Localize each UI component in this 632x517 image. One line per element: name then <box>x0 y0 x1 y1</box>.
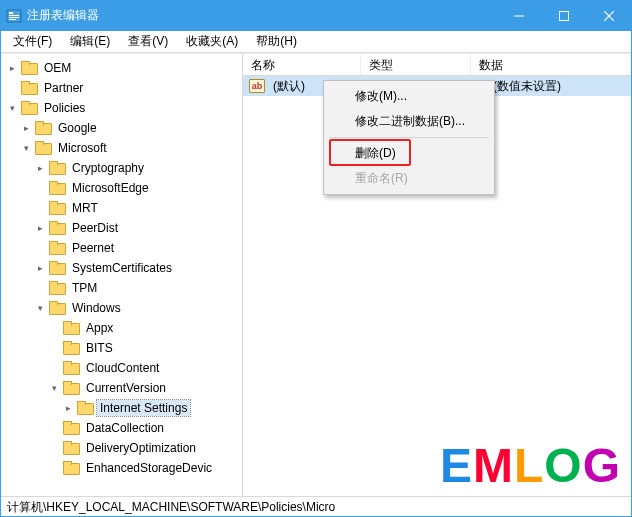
tree-item-label: OEM <box>41 60 74 76</box>
registry-tree[interactable]: ▸OEMPartner▾Policies▸Google▾Microsoft▸Cr… <box>5 58 242 478</box>
folder-icon <box>49 301 65 315</box>
chevron-down-icon[interactable]: ▾ <box>47 381 61 395</box>
folder-icon <box>63 381 79 395</box>
chevron-right-icon[interactable]: ▸ <box>61 401 75 415</box>
folder-icon <box>63 461 79 475</box>
tree-item-label: Internet Settings <box>97 400 190 416</box>
tree-item-label: Google <box>55 120 100 136</box>
context-item[interactable]: 删除(D) <box>327 141 491 166</box>
list-header: 名称 类型 数据 <box>243 54 631 76</box>
content-split: ▸OEMPartner▾Policies▸Google▾Microsoft▸Cr… <box>1 53 631 496</box>
tree-item[interactable]: MRT <box>33 198 242 218</box>
folder-icon <box>49 261 65 275</box>
tree-item[interactable]: ▾Windows <box>33 298 242 318</box>
tree-item-label: DataCollection <box>83 420 167 436</box>
menu-view[interactable]: 查看(V) <box>120 31 176 53</box>
tree-item[interactable]: BITS <box>47 338 242 358</box>
tree-item-label: Partner <box>41 80 86 96</box>
string-value-icon: ab <box>249 79 265 93</box>
tree-item[interactable]: ▸Google <box>19 118 242 138</box>
tree-item-label: Microsoft <box>55 140 110 156</box>
tree-item[interactable]: DataCollection <box>47 418 242 438</box>
folder-icon <box>49 181 65 195</box>
registry-editor-window: 注册表编辑器 文件(F) 编辑(E) 查看(V) 收藏夹(A) 帮助(H) ▸O… <box>0 0 632 517</box>
tree-item[interactable]: ▾Policies <box>5 98 242 118</box>
tree-item[interactable]: TPM <box>33 278 242 298</box>
tree-item-label: TPM <box>69 280 100 296</box>
tree-item-label: SystemCertificates <box>69 260 175 276</box>
tree-item[interactable]: ▸Internet Settings <box>61 398 242 418</box>
chevron-right-icon[interactable]: ▸ <box>33 261 47 275</box>
tree-item-label: MRT <box>69 200 101 216</box>
col-type[interactable]: 类型 <box>361 54 471 75</box>
folder-icon <box>21 101 37 115</box>
tree-item[interactable]: EnhancedStorageDevic <box>47 458 242 478</box>
tree-item[interactable]: Partner <box>5 78 242 98</box>
svg-rect-6 <box>559 12 568 21</box>
close-button[interactable] <box>586 1 631 31</box>
minimize-button[interactable] <box>496 1 541 31</box>
tree-item[interactable]: ▸Cryptography <box>33 158 242 178</box>
folder-icon <box>77 401 93 415</box>
tree-item-label: Windows <box>69 300 124 316</box>
tree-item[interactable]: ▾Microsoft <box>19 138 242 158</box>
chevron-down-icon[interactable]: ▾ <box>19 141 33 155</box>
folder-icon <box>63 441 79 455</box>
folder-icon <box>21 81 37 95</box>
folder-icon <box>49 241 65 255</box>
folder-icon <box>49 201 65 215</box>
tree-item[interactable]: ▾CurrentVersion <box>47 378 242 398</box>
tree-item-label: CurrentVersion <box>83 380 169 396</box>
chevron-right-icon[interactable]: ▸ <box>5 61 19 75</box>
chevron-right-icon[interactable]: ▸ <box>19 121 33 135</box>
context-item[interactable]: 修改二进制数据(B)... <box>327 109 491 134</box>
cell-data: (数值未设置) <box>489 77 631 96</box>
folder-icon <box>21 61 37 75</box>
tree-item[interactable]: Appx <box>47 318 242 338</box>
tree-item-label: Cryptography <box>69 160 147 176</box>
tree-item-label: Peernet <box>69 240 117 256</box>
tree-item-label: Appx <box>83 320 116 336</box>
col-data[interactable]: 数据 <box>471 54 631 75</box>
tree-item[interactable]: DeliveryOptimization <box>47 438 242 458</box>
tree-item[interactable]: MicrosoftEdge <box>33 178 242 198</box>
menu-edit[interactable]: 编辑(E) <box>62 31 118 53</box>
tree-item[interactable]: CloudContent <box>47 358 242 378</box>
tree-item[interactable]: ▸OEM <box>5 58 242 78</box>
folder-icon <box>63 421 79 435</box>
context-item[interactable]: 修改(M)... <box>327 84 491 109</box>
chevron-right-icon[interactable]: ▸ <box>33 161 47 175</box>
tree-pane[interactable]: ▸OEMPartner▾Policies▸Google▾Microsoft▸Cr… <box>1 54 243 496</box>
chevron-down-icon[interactable]: ▾ <box>33 301 47 315</box>
menu-file[interactable]: 文件(F) <box>5 31 60 53</box>
tree-item-label: BITS <box>83 340 116 356</box>
folder-icon <box>63 321 79 335</box>
folder-icon <box>35 141 51 155</box>
app-icon <box>1 8 27 24</box>
context-item: 重命名(R) <box>327 166 491 191</box>
value-list-pane: 名称 类型 数据 ab(默认)REG_SZ(数值未设置) 修改(M)...修改二… <box>243 54 631 496</box>
chevron-right-icon[interactable]: ▸ <box>33 221 47 235</box>
tree-item-label: CloudContent <box>83 360 162 376</box>
menu-bar: 文件(F) 编辑(E) 查看(V) 收藏夹(A) 帮助(H) <box>1 31 631 53</box>
tree-item-label: PeerDist <box>69 220 121 236</box>
tree-item[interactable]: ▸SystemCertificates <box>33 258 242 278</box>
menu-help[interactable]: 帮助(H) <box>248 31 305 53</box>
tree-item-label: EnhancedStorageDevic <box>83 460 215 476</box>
folder-icon <box>49 221 65 235</box>
context-separator <box>329 137 489 138</box>
chevron-down-icon[interactable]: ▾ <box>5 101 19 115</box>
status-bar: 计算机\HKEY_LOCAL_MACHINE\SOFTWARE\Policies… <box>1 496 631 516</box>
folder-icon <box>35 121 51 135</box>
menu-favorites[interactable]: 收藏夹(A) <box>178 31 246 53</box>
svg-rect-4 <box>9 19 16 20</box>
col-name[interactable]: 名称 <box>243 54 361 75</box>
title-bar[interactable]: 注册表编辑器 <box>1 1 631 31</box>
tree-item-label: Policies <box>41 100 88 116</box>
folder-icon <box>49 161 65 175</box>
tree-item[interactable]: Peernet <box>33 238 242 258</box>
svg-rect-1 <box>9 12 13 14</box>
maximize-button[interactable] <box>541 1 586 31</box>
tree-item[interactable]: ▸PeerDist <box>33 218 242 238</box>
context-menu: 修改(M)...修改二进制数据(B)...删除(D)重命名(R) <box>323 80 495 195</box>
